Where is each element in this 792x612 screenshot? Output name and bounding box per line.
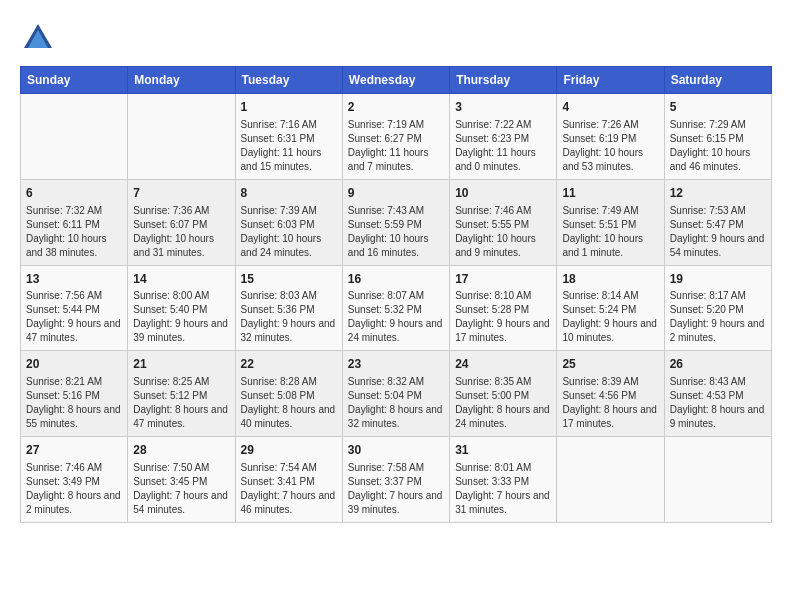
calendar-cell xyxy=(664,437,771,523)
calendar-cell: 26Sunrise: 8:43 AM Sunset: 4:53 PM Dayli… xyxy=(664,351,771,437)
calendar-week-row: 27Sunrise: 7:46 AM Sunset: 3:49 PM Dayli… xyxy=(21,437,772,523)
day-number: 25 xyxy=(562,356,658,373)
day-number: 23 xyxy=(348,356,444,373)
calendar-cell: 5Sunrise: 7:29 AM Sunset: 6:15 PM Daylig… xyxy=(664,94,771,180)
day-number: 14 xyxy=(133,271,229,288)
calendar-cell: 4Sunrise: 7:26 AM Sunset: 6:19 PM Daylig… xyxy=(557,94,664,180)
calendar-cell: 28Sunrise: 7:50 AM Sunset: 3:45 PM Dayli… xyxy=(128,437,235,523)
calendar-cell: 27Sunrise: 7:46 AM Sunset: 3:49 PM Dayli… xyxy=(21,437,128,523)
day-number: 7 xyxy=(133,185,229,202)
calendar-header-row: SundayMondayTuesdayWednesdayThursdayFrid… xyxy=(21,67,772,94)
calendar-cell: 1Sunrise: 7:16 AM Sunset: 6:31 PM Daylig… xyxy=(235,94,342,180)
calendar-cell xyxy=(557,437,664,523)
day-number: 22 xyxy=(241,356,337,373)
day-content: Sunrise: 8:43 AM Sunset: 4:53 PM Dayligh… xyxy=(670,375,766,431)
day-number: 9 xyxy=(348,185,444,202)
day-content: Sunrise: 8:21 AM Sunset: 5:16 PM Dayligh… xyxy=(26,375,122,431)
calendar-cell: 29Sunrise: 7:54 AM Sunset: 3:41 PM Dayli… xyxy=(235,437,342,523)
weekday-header: Saturday xyxy=(664,67,771,94)
calendar-cell: 3Sunrise: 7:22 AM Sunset: 6:23 PM Daylig… xyxy=(450,94,557,180)
day-content: Sunrise: 8:35 AM Sunset: 5:00 PM Dayligh… xyxy=(455,375,551,431)
weekday-header: Sunday xyxy=(21,67,128,94)
day-content: Sunrise: 8:32 AM Sunset: 5:04 PM Dayligh… xyxy=(348,375,444,431)
day-number: 30 xyxy=(348,442,444,459)
day-content: Sunrise: 7:36 AM Sunset: 6:07 PM Dayligh… xyxy=(133,204,229,260)
calendar-cell: 7Sunrise: 7:36 AM Sunset: 6:07 PM Daylig… xyxy=(128,179,235,265)
day-content: Sunrise: 8:17 AM Sunset: 5:20 PM Dayligh… xyxy=(670,289,766,345)
day-content: Sunrise: 7:46 AM Sunset: 3:49 PM Dayligh… xyxy=(26,461,122,517)
calendar-cell: 6Sunrise: 7:32 AM Sunset: 6:11 PM Daylig… xyxy=(21,179,128,265)
day-content: Sunrise: 7:54 AM Sunset: 3:41 PM Dayligh… xyxy=(241,461,337,517)
calendar-week-row: 13Sunrise: 7:56 AM Sunset: 5:44 PM Dayli… xyxy=(21,265,772,351)
calendar-week-row: 20Sunrise: 8:21 AM Sunset: 5:16 PM Dayli… xyxy=(21,351,772,437)
day-content: Sunrise: 7:39 AM Sunset: 6:03 PM Dayligh… xyxy=(241,204,337,260)
day-number: 29 xyxy=(241,442,337,459)
day-content: Sunrise: 8:28 AM Sunset: 5:08 PM Dayligh… xyxy=(241,375,337,431)
page-header xyxy=(20,20,772,56)
day-number: 20 xyxy=(26,356,122,373)
day-number: 16 xyxy=(348,271,444,288)
calendar-cell: 25Sunrise: 8:39 AM Sunset: 4:56 PM Dayli… xyxy=(557,351,664,437)
calendar-cell xyxy=(21,94,128,180)
calendar-cell xyxy=(128,94,235,180)
day-number: 17 xyxy=(455,271,551,288)
weekday-header: Friday xyxy=(557,67,664,94)
day-content: Sunrise: 7:29 AM Sunset: 6:15 PM Dayligh… xyxy=(670,118,766,174)
day-number: 10 xyxy=(455,185,551,202)
day-number: 31 xyxy=(455,442,551,459)
calendar-week-row: 6Sunrise: 7:32 AM Sunset: 6:11 PM Daylig… xyxy=(21,179,772,265)
day-content: Sunrise: 7:49 AM Sunset: 5:51 PM Dayligh… xyxy=(562,204,658,260)
day-number: 12 xyxy=(670,185,766,202)
day-content: Sunrise: 7:16 AM Sunset: 6:31 PM Dayligh… xyxy=(241,118,337,174)
day-number: 27 xyxy=(26,442,122,459)
day-content: Sunrise: 7:46 AM Sunset: 5:55 PM Dayligh… xyxy=(455,204,551,260)
day-content: Sunrise: 7:32 AM Sunset: 6:11 PM Dayligh… xyxy=(26,204,122,260)
weekday-header: Wednesday xyxy=(342,67,449,94)
day-number: 3 xyxy=(455,99,551,116)
calendar-cell: 15Sunrise: 8:03 AM Sunset: 5:36 PM Dayli… xyxy=(235,265,342,351)
calendar-cell: 8Sunrise: 7:39 AM Sunset: 6:03 PM Daylig… xyxy=(235,179,342,265)
calendar-cell: 12Sunrise: 7:53 AM Sunset: 5:47 PM Dayli… xyxy=(664,179,771,265)
calendar-cell: 9Sunrise: 7:43 AM Sunset: 5:59 PM Daylig… xyxy=(342,179,449,265)
calendar-cell: 13Sunrise: 7:56 AM Sunset: 5:44 PM Dayli… xyxy=(21,265,128,351)
day-number: 2 xyxy=(348,99,444,116)
calendar-cell: 30Sunrise: 7:58 AM Sunset: 3:37 PM Dayli… xyxy=(342,437,449,523)
calendar-week-row: 1Sunrise: 7:16 AM Sunset: 6:31 PM Daylig… xyxy=(21,94,772,180)
calendar-cell: 24Sunrise: 8:35 AM Sunset: 5:00 PM Dayli… xyxy=(450,351,557,437)
day-number: 15 xyxy=(241,271,337,288)
day-content: Sunrise: 7:22 AM Sunset: 6:23 PM Dayligh… xyxy=(455,118,551,174)
day-number: 1 xyxy=(241,99,337,116)
day-content: Sunrise: 7:58 AM Sunset: 3:37 PM Dayligh… xyxy=(348,461,444,517)
day-content: Sunrise: 7:53 AM Sunset: 5:47 PM Dayligh… xyxy=(670,204,766,260)
calendar-cell: 16Sunrise: 8:07 AM Sunset: 5:32 PM Dayli… xyxy=(342,265,449,351)
calendar-table: SundayMondayTuesdayWednesdayThursdayFrid… xyxy=(20,66,772,523)
calendar-cell: 31Sunrise: 8:01 AM Sunset: 3:33 PM Dayli… xyxy=(450,437,557,523)
day-content: Sunrise: 7:50 AM Sunset: 3:45 PM Dayligh… xyxy=(133,461,229,517)
day-number: 24 xyxy=(455,356,551,373)
day-content: Sunrise: 8:39 AM Sunset: 4:56 PM Dayligh… xyxy=(562,375,658,431)
day-number: 18 xyxy=(562,271,658,288)
day-number: 6 xyxy=(26,185,122,202)
day-number: 19 xyxy=(670,271,766,288)
day-number: 28 xyxy=(133,442,229,459)
day-content: Sunrise: 8:25 AM Sunset: 5:12 PM Dayligh… xyxy=(133,375,229,431)
calendar-cell: 18Sunrise: 8:14 AM Sunset: 5:24 PM Dayli… xyxy=(557,265,664,351)
weekday-header: Thursday xyxy=(450,67,557,94)
weekday-header: Tuesday xyxy=(235,67,342,94)
day-number: 21 xyxy=(133,356,229,373)
calendar-cell: 2Sunrise: 7:19 AM Sunset: 6:27 PM Daylig… xyxy=(342,94,449,180)
day-number: 8 xyxy=(241,185,337,202)
day-content: Sunrise: 8:07 AM Sunset: 5:32 PM Dayligh… xyxy=(348,289,444,345)
calendar-cell: 17Sunrise: 8:10 AM Sunset: 5:28 PM Dayli… xyxy=(450,265,557,351)
calendar-cell: 23Sunrise: 8:32 AM Sunset: 5:04 PM Dayli… xyxy=(342,351,449,437)
day-content: Sunrise: 7:19 AM Sunset: 6:27 PM Dayligh… xyxy=(348,118,444,174)
calendar-cell: 20Sunrise: 8:21 AM Sunset: 5:16 PM Dayli… xyxy=(21,351,128,437)
day-content: Sunrise: 7:43 AM Sunset: 5:59 PM Dayligh… xyxy=(348,204,444,260)
calendar-cell: 10Sunrise: 7:46 AM Sunset: 5:55 PM Dayli… xyxy=(450,179,557,265)
day-number: 13 xyxy=(26,271,122,288)
day-content: Sunrise: 8:00 AM Sunset: 5:40 PM Dayligh… xyxy=(133,289,229,345)
calendar-cell: 11Sunrise: 7:49 AM Sunset: 5:51 PM Dayli… xyxy=(557,179,664,265)
day-content: Sunrise: 8:03 AM Sunset: 5:36 PM Dayligh… xyxy=(241,289,337,345)
logo xyxy=(20,20,60,56)
day-content: Sunrise: 7:56 AM Sunset: 5:44 PM Dayligh… xyxy=(26,289,122,345)
